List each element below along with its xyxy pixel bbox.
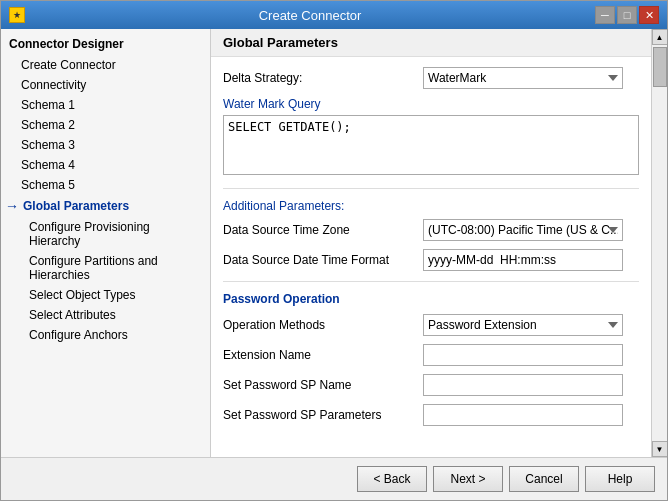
scrollbar[interactable]: ▲ ▼ [651,29,667,457]
sidebar-item-schema1[interactable]: Schema 1 [1,95,210,115]
set-password-sp-name-input[interactable] [423,374,623,396]
set-password-sp-name-label: Set Password SP Name [223,378,423,392]
data-source-tz-select[interactable]: (UTC-08:00) Pacific Time (US & C... [423,219,623,241]
data-source-dt-input[interactable] [423,249,623,271]
operation-methods-row: Operation Methods Password Extension [223,314,639,336]
close-button[interactable]: ✕ [639,6,659,24]
password-op-label: Password Operation [223,292,639,306]
sidebar-item-create-connector[interactable]: Create Connector [1,55,210,75]
main-panel-wrapper: Global Parameters Delta Strategy: WaterM… [211,29,667,457]
scroll-down-button[interactable]: ▼ [652,441,668,457]
minimize-button[interactable]: ─ [595,6,615,24]
window-controls: ─ □ ✕ [595,6,659,24]
sidebar-item-schema4[interactable]: Schema 4 [1,155,210,175]
content-area: Connector Designer Create Connector Conn… [1,29,667,457]
sidebar-item-schema3[interactable]: Schema 3 [1,135,210,155]
scroll-thumb[interactable] [653,47,667,87]
sidebar-item-configure-provisioning-hierarchy[interactable]: Configure Provisioning Hierarchy [1,217,210,251]
main-content: Delta Strategy: WaterMark Water Mark Que… [211,57,651,457]
delta-strategy-select[interactable]: WaterMark [423,67,623,89]
bottom-bar: < Back Next > Cancel Help [1,457,667,500]
divider-2 [223,281,639,282]
delta-strategy-label: Delta Strategy: [223,71,423,85]
additional-params-label: Additional Parameters: [223,199,639,213]
main-header: Global Parameters [211,29,651,57]
cancel-button[interactable]: Cancel [509,466,579,492]
next-button[interactable]: Next > [433,466,503,492]
watermark-section: Water Mark Query SELECT GETDATE(); [223,97,639,178]
extension-name-label: Extension Name [223,348,423,362]
set-password-sp-params-label: Set Password SP Parameters [223,408,423,422]
operation-methods-select[interactable]: Password Extension [423,314,623,336]
back-button[interactable]: < Back [357,466,427,492]
sidebar-item-select-object-types[interactable]: Select Object Types [1,285,210,305]
watermark-query-textarea[interactable]: SELECT GETDATE(); [223,115,639,175]
sidebar: Connector Designer Create Connector Conn… [1,29,211,457]
sidebar-item-connectivity[interactable]: Connectivity [1,75,210,95]
data-source-tz-row: Data Source Time Zone (UTC-08:00) Pacifi… [223,219,639,241]
app-icon: ★ [9,7,25,23]
set-password-sp-name-row: Set Password SP Name [223,374,639,396]
set-password-sp-params-row: Set Password SP Parameters [223,404,639,426]
delta-strategy-row: Delta Strategy: WaterMark [223,67,639,89]
data-source-dt-row: Data Source Date Time Format [223,249,639,271]
sidebar-item-configure-anchors[interactable]: Configure Anchors [1,325,210,345]
sidebar-item-configure-partitions[interactable]: Configure Partitions and Hierarchies [1,251,210,285]
window: ★ Create Connector ─ □ ✕ Connector Desig… [0,0,668,501]
data-source-dt-label: Data Source Date Time Format [223,253,423,267]
extension-name-input[interactable] [423,344,623,366]
main-panel: Global Parameters Delta Strategy: WaterM… [211,29,651,457]
extension-name-row: Extension Name [223,344,639,366]
watermark-query-label: Water Mark Query [223,97,639,111]
maximize-button[interactable]: □ [617,6,637,24]
active-arrow-icon: → [5,198,19,214]
sidebar-item-schema5[interactable]: Schema 5 [1,175,210,195]
sidebar-header: Connector Designer [1,33,210,55]
divider-1 [223,188,639,189]
help-button[interactable]: Help [585,466,655,492]
scroll-up-button[interactable]: ▲ [652,29,668,45]
sidebar-item-select-attributes[interactable]: Select Attributes [1,305,210,325]
sidebar-item-schema2[interactable]: Schema 2 [1,115,210,135]
title-bar: ★ Create Connector ─ □ ✕ [1,1,667,29]
window-title: Create Connector [25,8,595,23]
set-password-sp-params-input[interactable] [423,404,623,426]
data-source-tz-label: Data Source Time Zone [223,223,423,237]
sidebar-item-global-parameters[interactable]: → Global Parameters [1,195,210,217]
operation-methods-label: Operation Methods [223,318,423,332]
